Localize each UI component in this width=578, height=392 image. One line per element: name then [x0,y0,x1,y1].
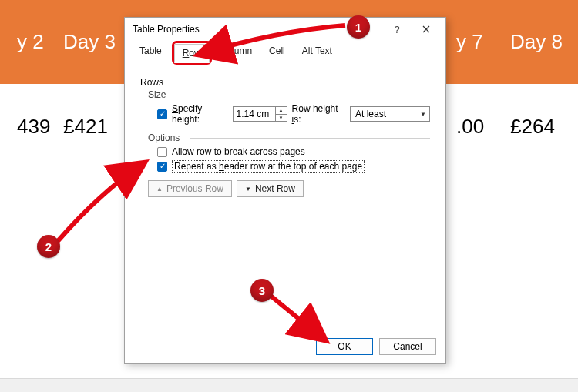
page-footer [0,378,578,392]
tab-body-row: Rows Size ✓ Specify height: ▲ ▼ Row heig… [131,69,439,337]
next-row-button[interactable]: ▼ Next Row [237,180,304,197]
tab-cell[interactable]: Cell [260,42,294,65]
tab-row[interactable]: Row [174,44,210,63]
step-badge-1: 1 [347,15,370,39]
specify-height-checkbox[interactable]: ✓ [157,109,167,119]
cell-day8: £264 [493,115,578,139]
col-day7: y 7 [439,30,493,54]
row-height-is-label: Row height is: [292,103,345,125]
tab-column[interactable]: Column [212,42,260,65]
cancel-button[interactable]: Cancel [379,338,436,355]
specify-height-label: Specify height: [172,103,228,125]
dialog-title: Table Properties [133,24,382,35]
dialog-tabs: Table Row Column Cell Alt Text [125,41,445,69]
help-button[interactable]: ? [382,20,412,39]
spinner-down-icon[interactable]: ▼ [276,115,287,122]
repeat-header-checkbox[interactable]: ✓ [157,162,167,172]
row-height-mode-select[interactable]: At least ▼ [350,106,430,122]
step-badge-3: 3 [250,279,274,302]
allow-break-checkbox[interactable] [157,147,167,157]
tab-row-highlight: Row [172,41,212,65]
size-label: Size [148,89,430,100]
allow-break-label: Allow row to break across pages [172,146,305,157]
height-input[interactable] [234,107,275,121]
triangle-up-icon: ▲ [156,186,163,193]
previous-row-label: Previous Row [166,183,223,194]
col-day8: Day 8 [493,30,578,54]
spinner-up-icon[interactable]: ▲ [276,107,287,115]
options-label: Options [148,132,430,143]
cell-day7: .00 [439,115,493,139]
tab-alt-text[interactable]: Alt Text [294,42,341,65]
step-badge-2: 2 [37,235,60,258]
cell-day2: 439 [0,115,46,139]
row-height-mode-value: At least [355,109,386,119]
ok-button[interactable]: OK [316,338,373,355]
cell-day3: £421 [46,115,127,139]
close-button[interactable] [412,20,441,39]
repeat-header-label: Repeat as header row at the top of each … [172,160,365,173]
col-day2: y 2 [0,30,46,54]
next-row-label: Next Row [255,183,295,194]
previous-row-button[interactable]: ▲ Previous Row [148,180,232,197]
col-day3: Day 3 [46,30,127,54]
triangle-down-icon: ▼ [245,186,251,193]
rows-label: Rows [140,77,430,88]
height-spinner[interactable]: ▲ ▼ [233,106,287,122]
tab-table[interactable]: Table [131,42,170,65]
table-properties-dialog: Table Properties ? Table Row Column Cell… [124,17,446,364]
close-icon [422,25,430,33]
dialog-titlebar: Table Properties ? [125,18,445,41]
chevron-down-icon: ▼ [420,111,428,118]
